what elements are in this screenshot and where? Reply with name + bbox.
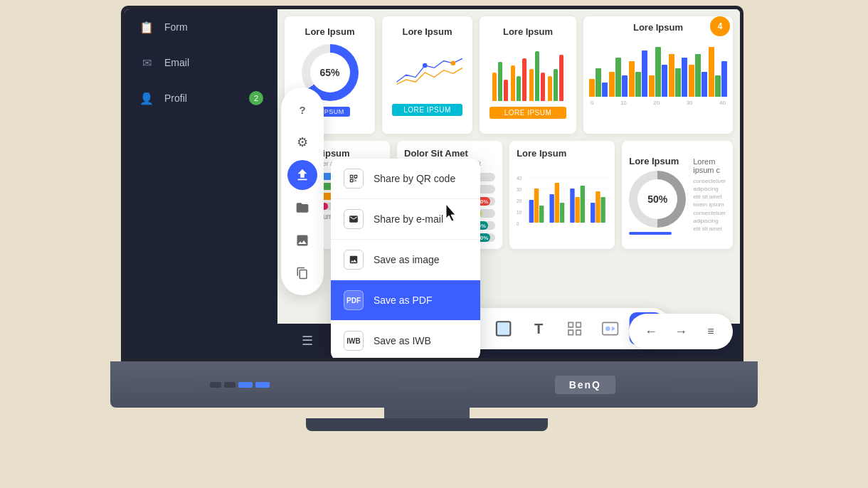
notification-badge: 4 [710,16,730,36]
card2-label: LORE IPSUM [392,104,462,116]
card3-title: Lore Ipsum [489,26,566,37]
help-button[interactable]: ? [287,95,317,124]
menu-item-save-image-label: Save as image [374,254,440,265]
card-line: Lore Ipsum LORE IPSUM [382,16,472,134]
sidebar-item-email-label: Email [164,57,189,68]
folder-button[interactable] [287,193,317,223]
svg-rect-19 [576,197,580,223]
menu-item-save-pdf[interactable]: PDF Save as PDF [331,280,480,321]
card-vbar: Lore Ipsum 010203040 [583,16,733,134]
svg-point-1 [423,63,428,68]
menu-item-share-email-label: Share by e-mail [374,213,443,225]
svg-rect-26 [496,322,510,336]
iwb-menu-icon: IWB [344,331,364,351]
shape-button[interactable] [487,312,519,345]
forward-button[interactable]: → [667,318,694,345]
sidebar-item-form-label: Form [164,21,188,33]
upload-button[interactable] [287,160,317,190]
svg-rect-20 [581,186,585,223]
hamburger-button[interactable]: ☰ [292,329,323,353]
menu-item-save-image[interactable]: Save as image [331,240,480,280]
svg-rect-23 [601,197,605,223]
benq-logo: BenQ [569,379,601,391]
svg-rect-15 [550,194,554,223]
card-lore-vbar: Lore Ipsum 40 30 20 10 0 [509,141,615,249]
sidebar: 📋 Form ✉ Email 👤 Profil 2 [125,9,277,358]
svg-rect-16 [555,183,559,223]
copy-button[interactable] [287,258,317,288]
menu-item-share-email[interactable]: Share by e-mail [331,199,480,240]
card3-label: LORE IPSUM [489,107,566,119]
svg-text:0: 0 [517,221,519,226]
svg-rect-18 [570,189,574,223]
back-button[interactable]: ← [637,318,665,345]
bcard4-title: Lore Ipsum [629,156,686,166]
bcard3-title: Lore Ipsum [517,148,608,159]
qr-icon [344,169,364,189]
settings-button[interactable]: ⚙ [287,127,317,157]
card1-title: Lore Ipsum [295,26,365,37]
menu-item-save-pdf-label: Save as PDF [374,295,432,306]
tool-panel: ? ⚙ [281,87,324,295]
svg-rect-17 [560,203,564,223]
profil-icon: 👤 [139,90,154,106]
svg-rect-14 [539,206,544,223]
email-menu-icon [344,209,364,229]
media-button[interactable] [593,312,626,345]
svg-text:40: 40 [517,176,522,181]
pdf-menu-icon: PDF [344,290,364,310]
card-bar: Lore Ipsum LORE IPSUM [480,16,576,134]
menu-nav-button[interactable]: ≡ [697,318,724,345]
svg-point-28 [605,327,610,331]
svg-rect-13 [534,189,539,223]
form-icon: 📋 [139,19,154,35]
card-donut-50: Lore Ipsum 50% Lorem ipsum c consectetue… [622,141,733,249]
menu-item-save-iwb[interactable]: IWB Save as IWB [331,321,480,358]
menu-item-save-iwb-label: Save as IWB [374,335,431,346]
svg-text:10: 10 [517,210,522,215]
card4-title: Lore Ipsum [589,22,727,33]
svg-rect-22 [596,191,600,223]
menu-item-share-qr-label: Share by QR code [374,173,455,184]
card2-title: Lore Ipsum [392,26,462,37]
svg-point-0 [451,61,456,66]
svg-text:20: 20 [517,198,522,203]
sidebar-item-form[interactable]: 📋 Form [125,9,277,45]
dropdown-menu: Share by QR code Share by e-mail [331,159,480,358]
sidebar-item-email[interactable]: ✉ Email [125,45,277,80]
sidebar-item-profil[interactable]: 👤 Profil 2 [125,80,277,116]
email-icon: ✉ [139,55,154,70]
image-menu-icon [344,250,364,270]
text-button[interactable]: T [522,312,555,345]
bcard4-desc: consectetuer adipiscing elit sit amet lo… [693,177,726,233]
sidebar-item-profil-label: Profil [164,92,187,104]
bcard2-title: Dolor Sit Amet [404,148,495,159]
image-button[interactable] [287,226,317,255]
svg-rect-21 [591,203,595,223]
apps-button[interactable] [558,312,591,345]
menu-item-share-qr[interactable]: Share by QR code [331,159,480,199]
svg-text:30: 30 [517,187,522,192]
svg-rect-12 [529,200,534,223]
bcard4-subtitle: Lorem ipsum c [693,157,726,174]
profil-badge: 2 [249,91,263,105]
